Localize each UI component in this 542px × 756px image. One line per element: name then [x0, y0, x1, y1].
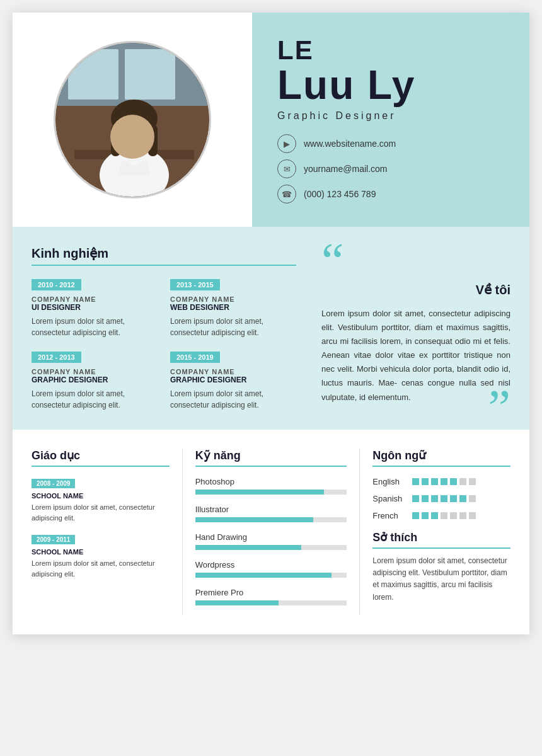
- experience-title: Kinh nghiệm: [32, 246, 296, 266]
- lang-dot-filled: [412, 512, 419, 519]
- website-text: www.websitename.com: [304, 139, 396, 149]
- email-icon: ✉: [277, 159, 296, 178]
- exp-role-4: GRAPHIC DESIGNER: [170, 375, 296, 384]
- exp-company-1: COMPANY NAME: [32, 295, 158, 303]
- skill-name: Premiere Pro: [195, 588, 347, 597]
- education-title: Giáo dục: [32, 449, 170, 467]
- exp-item-1: 2010 - 2012 COMPANY NAME UI DESIGNER Lor…: [32, 278, 158, 338]
- lang-container: EnglishSpanishFrench: [372, 477, 510, 520]
- svg-rect-5: [74, 150, 194, 159]
- exp-date-1: 2010 - 2012: [32, 279, 81, 290]
- experience-about-section: Kinh nghiệm 2010 - 2012 COMPANY NAME UI …: [13, 227, 529, 430]
- name-last: Luu Ly: [277, 65, 504, 105]
- about-text: Lorem ipsum dolor sit amet, consectetur …: [321, 307, 510, 404]
- job-title: Graphic Designer: [277, 110, 504, 122]
- avatar: [55, 43, 209, 197]
- phone-text: (000) 123 456 789: [304, 189, 376, 199]
- skill-name: Wordpress: [195, 560, 347, 570]
- hobbies-title: Sở thích: [372, 530, 510, 549]
- about-section: “ Về tôi Lorem ipsum dolor sit amet, con…: [309, 246, 510, 411]
- lang-dot-empty: [459, 478, 466, 485]
- svg-point-13: [124, 135, 128, 139]
- header-left: [13, 13, 252, 227]
- exp-item-3: 2012 - 2013 COMPANY NAME GRAPHIC DESIGNE…: [32, 351, 158, 411]
- edu-school-1: SCHOOL NAME: [32, 492, 170, 500]
- lang-name: Spanish: [372, 494, 407, 503]
- lang-dot-empty: [469, 495, 476, 502]
- lang-dot-filled: [422, 512, 429, 519]
- edu-date-1: 2008 - 2009: [32, 479, 75, 488]
- resume-container: LE Luu Ly Graphic Designer ▶ www.website…: [13, 13, 529, 634]
- lang-item: French: [372, 511, 510, 520]
- experience-section: Kinh nghiệm 2010 - 2012 COMPANY NAME UI …: [32, 246, 296, 411]
- quote-open: “: [321, 246, 510, 276]
- lang-dot-empty: [441, 512, 447, 519]
- skill-item: Premiere Pro: [195, 588, 347, 605]
- exp-item-4: 2015 - 2019 COMPANY NAME GRAPHIC DESIGNE…: [170, 351, 296, 411]
- skill-name: Photoshop: [195, 477, 347, 486]
- edu-desc-1: Lorem ipsum dolor sit amet, consectetur …: [32, 502, 170, 523]
- lang-name: French: [372, 511, 407, 520]
- website-icon: ▶: [277, 134, 296, 153]
- lang-dot-filled: [431, 495, 438, 502]
- exp-role-1: UI DESIGNER: [32, 303, 158, 312]
- header-right: LE Luu Ly Graphic Designer ▶ www.website…: [252, 13, 529, 227]
- skill-bar-fill: [195, 545, 301, 550]
- edu-item-2: 2009 - 2011 SCHOOL NAME Lorem ipsum dolo…: [32, 533, 170, 579]
- skill-bar-fill: [195, 573, 332, 578]
- lang-dot-empty: [459, 512, 466, 519]
- lang-dots: [412, 478, 476, 485]
- skill-bar-bg: [195, 545, 347, 550]
- skill-bar-bg: [195, 573, 347, 578]
- skills-section: Kỹ năng Photoshop Illustrator Hand Drawi…: [182, 449, 360, 616]
- lang-item: Spanish: [372, 494, 510, 503]
- lang-dot-filled: [450, 495, 457, 502]
- svg-rect-4: [125, 49, 175, 100]
- lang-dot-filled: [431, 512, 438, 519]
- exp-role-3: GRAPHIC DESIGNER: [32, 375, 158, 384]
- skills-title: Kỹ năng: [195, 449, 347, 467]
- lang-item: English: [372, 477, 510, 486]
- exp-company-3: COMPANY NAME: [32, 368, 158, 375]
- skill-bar-bg: [195, 600, 347, 605]
- svg-point-8: [111, 100, 158, 137]
- lang-dot-filled: [412, 495, 419, 502]
- header-section: LE Luu Ly Graphic Designer ▶ www.website…: [13, 13, 529, 227]
- lang-dot-filled: [422, 478, 429, 485]
- lang-dots: [412, 512, 476, 519]
- phone-icon: ☎: [277, 185, 296, 203]
- contact-email: ✉ yourname@mail.com: [277, 159, 504, 178]
- lang-dot-filled: [450, 478, 457, 485]
- exp-desc-2: Lorem ipsum dolor sit amet, consectetur …: [170, 316, 296, 338]
- skill-name: Illustrator: [195, 505, 347, 514]
- hobbies-text: Lorem ipsum dolor sit amet, consectetur …: [372, 555, 510, 604]
- skill-bar-bg: [195, 490, 347, 495]
- exp-company-2: COMPANY NAME: [170, 295, 296, 303]
- skill-bar-fill: [195, 490, 324, 495]
- lang-dot-filled: [441, 495, 447, 502]
- lang-dot-filled: [422, 495, 429, 502]
- lang-dot-empty: [469, 512, 476, 519]
- lang-name: English: [372, 477, 407, 486]
- exp-company-4: COMPANY NAME: [170, 368, 296, 375]
- language-title: Ngôn ngữ: [372, 449, 510, 467]
- avatar-ring: [54, 41, 211, 198]
- lang-dot-empty: [469, 478, 476, 485]
- svg-rect-9: [111, 125, 120, 156]
- edu-school-2: SCHOOL NAME: [32, 548, 170, 556]
- edu-date-2: 2009 - 2011: [32, 535, 75, 544]
- skill-item: Hand Drawing: [195, 532, 347, 550]
- lang-dots: [412, 495, 476, 502]
- skill-item: Illustrator: [195, 505, 347, 522]
- lang-dot-filled: [412, 478, 419, 485]
- exp-desc-3: Lorem ipsum dolor sit amet, consectetur …: [32, 388, 158, 411]
- svg-rect-3: [68, 49, 118, 100]
- experience-grid: 2010 - 2012 COMPANY NAME UI DESIGNER Lor…: [32, 278, 296, 411]
- svg-rect-10: [148, 125, 158, 156]
- svg-point-12: [139, 132, 146, 140]
- skill-bar-fill: [195, 600, 279, 605]
- education-section: Giáo dục 2008 - 2009 SCHOOL NAME Lorem i…: [32, 449, 170, 616]
- skill-item: Photoshop: [195, 477, 347, 495]
- lang-dot-empty: [450, 512, 457, 519]
- about-title: Về tôi: [321, 282, 510, 297]
